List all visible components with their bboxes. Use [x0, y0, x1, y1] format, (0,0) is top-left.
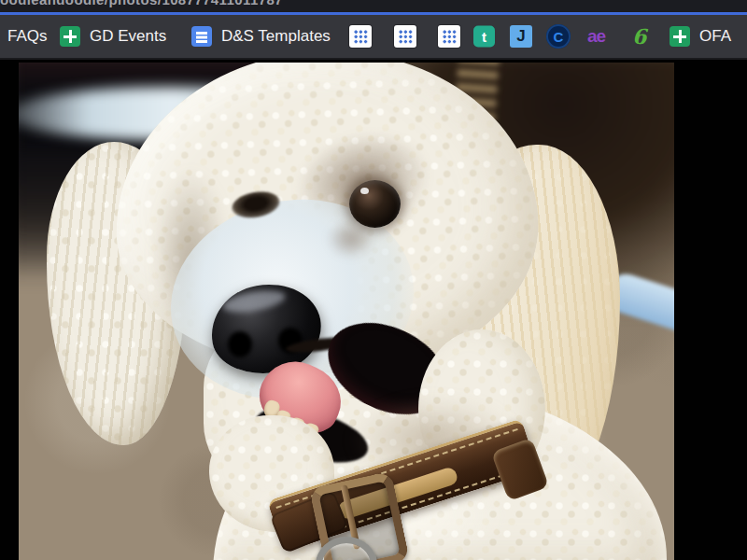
bookmark-grid-1[interactable]: [349, 25, 372, 48]
docs-icon: [191, 26, 212, 47]
bookmark-label: FAQs: [7, 27, 48, 46]
t-letter-icon: t: [473, 26, 495, 48]
bookmark-label: D&S Templates: [221, 27, 331, 46]
bookmark-j[interactable]: J: [510, 25, 532, 48]
page-content: [0, 60, 747, 560]
bookmark-grid-3[interactable]: [438, 25, 460, 48]
browser-window: oodleandoodle/photos/108777411011787 FAQ…: [0, 0, 747, 560]
url-text: oodleandoodle/photos/108777411011787: [0, 0, 283, 7]
bookmark-t[interactable]: t: [473, 26, 495, 48]
bookmark-gd-events[interactable]: GD Events: [60, 26, 166, 47]
bookmark-c[interactable]: C: [546, 24, 571, 49]
sheets-icon: [669, 26, 690, 47]
j-letter-icon: J: [510, 25, 532, 48]
sheets-icon: [60, 26, 80, 47]
green-six-icon: 6: [632, 24, 646, 49]
poodle-photo[interactable]: [19, 63, 674, 560]
tear-stain: [327, 219, 375, 259]
bookmarks-bar: FAQs GD Events D&S Templates t J C ae: [0, 15, 747, 60]
bookmark-ae[interactable]: ae: [587, 26, 605, 47]
bookmark-label: OFA: [699, 27, 731, 46]
grid-favicon: [349, 25, 372, 48]
bookmark-six[interactable]: 6: [632, 24, 646, 49]
grid-favicon: [394, 25, 416, 48]
nostril: [228, 331, 252, 357]
address-bar[interactable]: oodleandoodle/photos/108777411011787: [0, 0, 747, 12]
eye-highlight: [360, 188, 369, 194]
bookmark-ofa[interactable]: OFA: [669, 26, 731, 47]
bookmark-ds-templates[interactable]: D&S Templates: [191, 26, 331, 47]
c-ring-icon: C: [546, 24, 571, 49]
bookmark-grid-2[interactable]: [394, 25, 416, 48]
grid-favicon: [438, 25, 460, 48]
bookmark-faqs[interactable]: FAQs: [7, 27, 48, 46]
ae-text-icon: ae: [587, 26, 605, 47]
bookmark-label: GD Events: [90, 27, 166, 46]
